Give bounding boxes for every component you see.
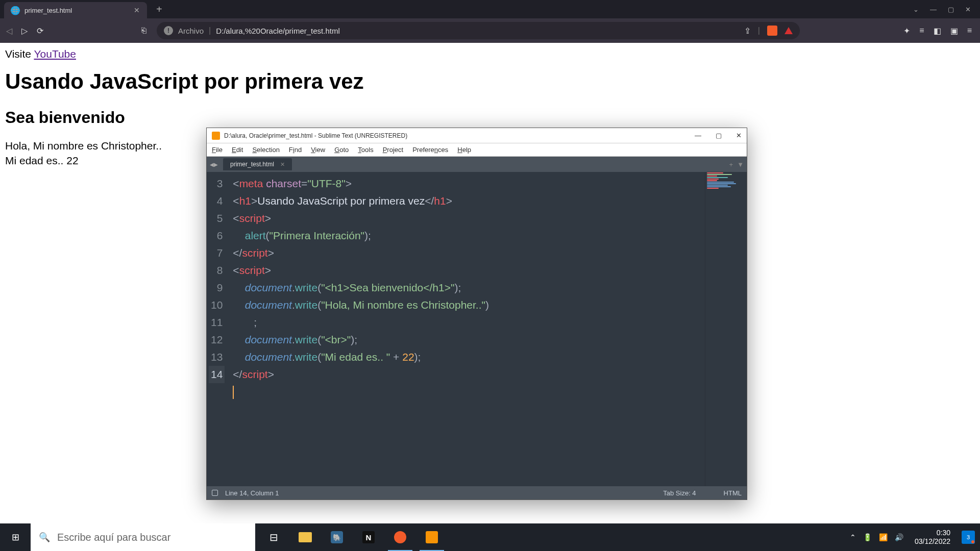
new-tab-icon[interactable]: + bbox=[729, 161, 733, 168]
taskbar-search[interactable]: 🔍 Escribe aquí para buscar bbox=[31, 523, 255, 551]
separator: | bbox=[758, 26, 760, 35]
brave-rewards-icon[interactable] bbox=[785, 27, 793, 34]
menu-project[interactable]: Project bbox=[383, 146, 403, 154]
search-placeholder: Escribe aquí para buscar bbox=[57, 532, 170, 543]
menu-find[interactable]: Find bbox=[289, 146, 302, 154]
sublime-tab[interactable]: primer_test.html ✕ bbox=[223, 158, 292, 170]
menu-tools[interactable]: Tools bbox=[358, 146, 373, 154]
taskbar-clock[interactable]: 0:30 03/12/2022 bbox=[911, 529, 954, 546]
minimap[interactable] bbox=[705, 172, 747, 486]
menu-selection[interactable]: Selection bbox=[252, 146, 279, 154]
search-icon: 🔍 bbox=[39, 532, 50, 543]
sublime-editor[interactable]: 34567891011121314 <meta charset="UTF-8">… bbox=[207, 172, 747, 486]
sidebar-icon[interactable]: ◧ bbox=[934, 26, 941, 36]
notifications-icon[interactable]: 3 bbox=[962, 531, 975, 544]
windows-taskbar: ⊞ 🔍 Escribe aquí para buscar ⊟ 🐘 N ⌃ 🔋 📶… bbox=[0, 523, 980, 551]
close-icon[interactable]: ✕ bbox=[280, 161, 285, 168]
menu-view[interactable]: View bbox=[311, 146, 325, 154]
menu-help[interactable]: Help bbox=[457, 146, 471, 154]
menu-icon[interactable]: ≡ bbox=[967, 26, 972, 36]
address-label: Archivo bbox=[178, 27, 204, 35]
minimize-icon[interactable]: — bbox=[695, 132, 701, 139]
sublime-title: D:\alura, Oracle\primer_test.html - Subl… bbox=[224, 132, 691, 139]
page-h1: Usando JavaScript por primera vez bbox=[5, 69, 975, 94]
code-area[interactable]: <meta charset="UTF-8"> <h1>Usando JavaSc… bbox=[229, 172, 705, 486]
clock-date: 03/12/2022 bbox=[915, 537, 950, 546]
sublime-tabstrip: ◀▶ primer_test.html ✕ + ▼ bbox=[207, 157, 747, 172]
status-syntax[interactable]: HTML bbox=[724, 489, 742, 497]
address-url: D:/alura,%20Oracle/primer_test.html bbox=[216, 27, 340, 35]
chevron-down-icon[interactable]: ⌄ bbox=[913, 6, 919, 13]
body-line-1: Hola, Mi nombre es Christopher.. bbox=[5, 140, 162, 152]
share-icon[interactable]: ⇪ bbox=[744, 26, 751, 36]
reload-icon[interactable]: ⟳ bbox=[37, 26, 43, 36]
sublime-menubar: File Edit Selection Find View Goto Tools… bbox=[207, 143, 747, 157]
address-bar[interactable]: ! Archivo | D:/alura,%20Oracle/primer_te… bbox=[157, 22, 800, 39]
close-icon[interactable]: ✕ bbox=[965, 6, 971, 13]
browser-toolbar: ◁ ▷ ⟳ ⎗ ! Archivo | D:/alura,%20Oracle/p… bbox=[0, 18, 980, 43]
visite-line: Visite YouTube bbox=[5, 48, 975, 60]
sublime-window[interactable]: D:\alura, Oracle\primer_test.html - Subl… bbox=[206, 128, 747, 500]
bookmark-icon[interactable]: ⎗ bbox=[141, 26, 146, 35]
browser-tab-strip: 🌐 primer_test.html ✕ + ⌄ — ▢ ✕ bbox=[0, 0, 980, 18]
sublime-taskbar-icon[interactable] bbox=[416, 523, 447, 551]
tab-title: primer_test.html bbox=[24, 7, 129, 14]
sublime-tab-title: primer_test.html bbox=[230, 161, 274, 168]
brave-icon[interactable] bbox=[385, 523, 415, 551]
info-icon[interactable]: ! bbox=[164, 26, 173, 35]
minimize-icon[interactable]: — bbox=[930, 6, 937, 13]
sublime-statusbar: Line 14, Column 1 Tab Size: 4 HTML bbox=[207, 486, 747, 499]
noti-count: 3 bbox=[967, 534, 970, 540]
wifi-icon[interactable]: 📶 bbox=[879, 533, 888, 541]
new-tab-button[interactable]: + bbox=[152, 4, 166, 15]
forward-icon[interactable]: ▷ bbox=[21, 26, 28, 36]
reader-icon[interactable]: ≡ bbox=[919, 26, 924, 36]
browser-tab[interactable]: 🌐 primer_test.html ✕ bbox=[4, 2, 147, 18]
menu-edit[interactable]: Edit bbox=[232, 146, 243, 154]
wallet-icon[interactable]: ▣ bbox=[950, 26, 958, 36]
youtube-link[interactable]: YouTube bbox=[34, 48, 76, 60]
task-view-icon[interactable]: ⊟ bbox=[258, 523, 289, 551]
menu-file[interactable]: File bbox=[212, 146, 223, 154]
clock-time: 0:30 bbox=[915, 529, 950, 537]
chevron-up-icon[interactable]: ⌃ bbox=[850, 533, 856, 541]
status-position[interactable]: Line 14, Column 1 bbox=[225, 489, 279, 497]
close-icon[interactable]: ✕ bbox=[134, 6, 140, 14]
line-gutter: 34567891011121314 bbox=[207, 172, 229, 486]
status-tabsize[interactable]: Tab Size: 4 bbox=[663, 489, 696, 497]
notion-icon[interactable]: N bbox=[353, 523, 384, 551]
nav-buttons: ◁ ▷ ⟳ bbox=[6, 26, 43, 36]
extensions-icon[interactable]: ✦ bbox=[903, 26, 910, 36]
file-explorer-icon[interactable] bbox=[290, 523, 321, 551]
panel-switch-icon[interactable] bbox=[212, 490, 218, 496]
menu-preferences[interactable]: Preferences bbox=[412, 146, 448, 154]
window-controls: ⌄ — ▢ ✕ bbox=[913, 6, 980, 13]
body-line-2: Mi edad es.. 22 bbox=[5, 155, 79, 166]
visite-text: Visite bbox=[5, 48, 34, 60]
back-icon[interactable]: ◁ bbox=[6, 26, 12, 36]
tab-history-icon[interactable]: ◀▶ bbox=[210, 162, 218, 167]
maximize-icon[interactable]: ▢ bbox=[948, 6, 954, 13]
close-icon[interactable]: ✕ bbox=[736, 132, 742, 139]
postgres-icon[interactable]: 🐘 bbox=[322, 523, 352, 551]
page-h2: Sea bienvenido bbox=[5, 108, 975, 127]
system-tray: ⌃ 🔋 📶 🔊 0:30 03/12/2022 3 bbox=[850, 529, 980, 546]
start-button[interactable]: ⊞ bbox=[0, 523, 31, 551]
dropdown-icon[interactable]: ▼ bbox=[737, 161, 744, 168]
battery-icon[interactable]: 🔋 bbox=[863, 533, 872, 541]
maximize-icon[interactable]: ▢ bbox=[716, 132, 722, 139]
sublime-titlebar[interactable]: D:\alura, Oracle\primer_test.html - Subl… bbox=[207, 128, 747, 143]
volume-icon[interactable]: 🔊 bbox=[895, 533, 903, 541]
separator: | bbox=[209, 26, 211, 35]
brave-shields-icon[interactable] bbox=[767, 26, 777, 36]
menu-goto[interactable]: Goto bbox=[334, 146, 349, 154]
globe-icon: 🌐 bbox=[11, 6, 19, 14]
sublime-icon bbox=[212, 132, 220, 140]
